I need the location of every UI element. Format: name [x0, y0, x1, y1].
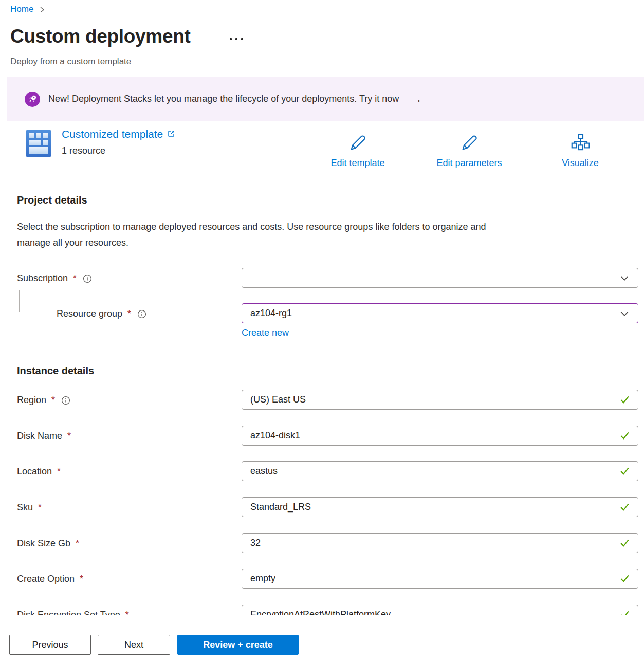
subscription-label: Subscription*	[17, 273, 92, 284]
info-icon[interactable]	[137, 309, 146, 319]
sku-input[interactable]: Standard_LRS	[242, 497, 638, 517]
valid-check-icon	[620, 395, 630, 404]
template-icon	[26, 130, 51, 157]
location-input[interactable]: eastus	[242, 461, 638, 481]
more-menu-icon[interactable]	[230, 38, 243, 40]
info-icon[interactable]	[61, 396, 70, 405]
valid-check-icon	[620, 467, 630, 476]
edit-parameters-button[interactable]: Edit parameters	[423, 133, 516, 169]
previous-button[interactable]: Previous	[9, 635, 91, 655]
edit-template-label: Edit template	[330, 158, 384, 169]
info-icon[interactable]	[83, 274, 92, 283]
footer-bar: Previous Next Review + create	[0, 615, 644, 658]
required-asterisk: *	[38, 502, 42, 513]
required-asterisk: *	[51, 395, 55, 406]
required-asterisk: *	[73, 273, 77, 284]
required-asterisk: *	[127, 308, 131, 319]
create-new-link[interactable]: Create new	[242, 327, 289, 338]
required-asterisk: *	[80, 574, 83, 584]
disk-size-gb-label: Disk Size Gb*	[17, 538, 79, 549]
banner-text: New! Deployment Stacks let you manage th…	[48, 94, 399, 104]
project-details-description: Select the subscription to manage deploy…	[17, 219, 613, 251]
customized-template-link[interactable]: Customized template	[62, 128, 175, 140]
required-asterisk: *	[67, 431, 71, 442]
disk-name-input[interactable]: az104-disk1	[242, 426, 638, 446]
arrow-right-icon[interactable]: →	[411, 93, 422, 105]
resource-group-value: az104-rg1	[250, 308, 292, 319]
resource-group-dropdown[interactable]: az104-rg1	[242, 303, 638, 323]
subscription-dropdown[interactable]	[242, 268, 638, 288]
rocket-icon	[25, 92, 40, 107]
breadcrumb: Home	[10, 4, 46, 14]
edit-template-button[interactable]: Edit template	[311, 133, 404, 169]
valid-check-icon	[620, 503, 630, 511]
project-details-heading: Project details	[17, 194, 87, 206]
resource-group-label: Resource group*	[57, 308, 146, 319]
valid-check-icon	[620, 431, 630, 440]
chevron-down-icon	[619, 308, 630, 319]
customized-template-label: Customized template	[62, 128, 163, 140]
chevron-right-icon	[39, 6, 46, 13]
valid-check-icon	[620, 574, 630, 583]
required-asterisk: *	[76, 538, 79, 549]
disk-size-gb-input[interactable]: 32	[242, 533, 638, 553]
template-resource-count: 1 resource	[62, 145, 105, 156]
location-label: Location*	[17, 466, 61, 477]
create-option-input[interactable]: empty	[242, 569, 638, 589]
visualize-button[interactable]: Visualize	[534, 133, 627, 169]
required-asterisk: *	[57, 466, 61, 477]
page-title: Custom deployment	[10, 26, 191, 47]
region-input[interactable]: (US) East US	[242, 390, 638, 410]
review-create-button[interactable]: Review + create	[177, 635, 299, 655]
deployment-stacks-banner[interactable]: New! Deployment Stacks let you manage th…	[7, 77, 644, 121]
description-line-2: manage all your resources.	[17, 235, 613, 251]
visualize-label: Visualize	[562, 158, 599, 169]
page-subtitle: Deploy from a custom template	[10, 57, 131, 67]
external-link-icon	[167, 128, 175, 140]
chevron-down-icon	[619, 273, 630, 283]
breadcrumb-home-link[interactable]: Home	[10, 4, 33, 14]
create-option-label: Create Option*	[17, 574, 83, 584]
sku-label: Sku*	[17, 502, 42, 513]
tree-connector-line	[19, 290, 50, 312]
valid-check-icon	[620, 539, 630, 547]
instance-details-heading: Instance details	[17, 365, 94, 377]
disk-name-label: Disk Name*	[17, 431, 71, 442]
pencil-icon	[347, 133, 368, 155]
region-label: Region*	[17, 395, 70, 406]
description-line-1: Select the subscription to manage deploy…	[17, 219, 613, 235]
org-chart-icon	[570, 133, 591, 155]
pencil-icon	[459, 133, 480, 155]
next-button[interactable]: Next	[98, 635, 170, 655]
edit-parameters-label: Edit parameters	[436, 158, 502, 169]
